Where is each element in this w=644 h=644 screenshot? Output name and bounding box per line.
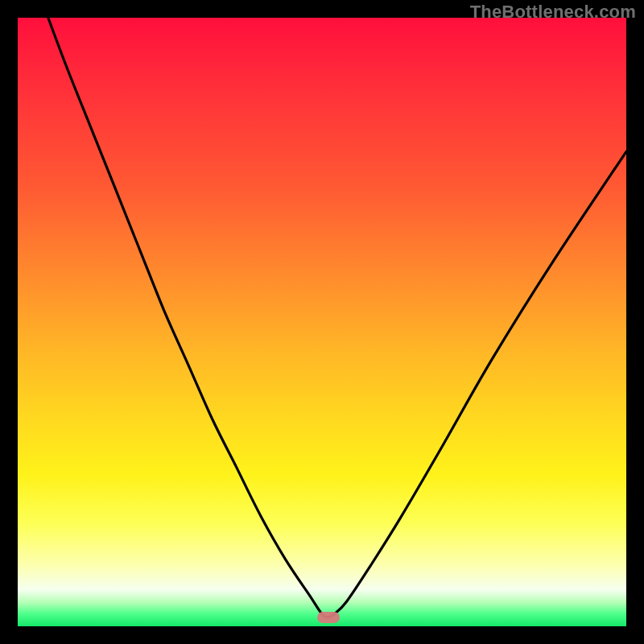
chart-frame: TheBottleneck.com <box>0 0 644 644</box>
plot-area <box>18 18 626 626</box>
optimal-marker <box>317 612 340 623</box>
watermark-label: TheBottleneck.com <box>470 2 636 23</box>
bottleneck-curve-path <box>48 18 626 617</box>
curve-svg <box>18 18 626 626</box>
